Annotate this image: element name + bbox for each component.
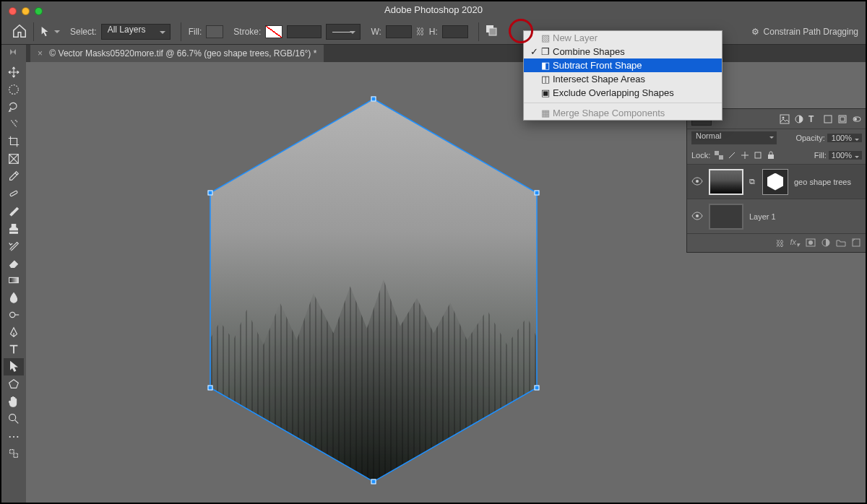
height-field[interactable] [442,25,468,38]
close-dot[interactable] [9,7,17,15]
collapse-indicator[interactable] [10,49,16,55]
home-button[interactable] [12,23,29,40]
menu-item-intersect-shape-areas[interactable]: ◫ Intersect Shape Areas [524,72,722,86]
stroke-width-field[interactable] [287,25,322,38]
svg-rect-20 [719,155,723,160]
vector-mask-thumbnail[interactable] [762,169,788,195]
move-tool[interactable] [4,64,24,81]
path-selection-tool[interactable] [4,358,24,375]
menu-item-exclude-overlapping-shapes[interactable]: ▣ Exclude Overlapping Shapes [524,86,722,100]
fill-label: Fill: [189,27,202,37]
blend-mode-dropdown[interactable]: Normal [691,131,777,144]
filter-adjust-icon[interactable] [794,114,804,124]
layer-thumbnail[interactable] [709,169,743,195]
fill-swatch[interactable] [206,25,223,38]
path-operations-menu[interactable]: ▧ New Layer ✓❐ Combine Shapes ◧ Subtract… [523,30,722,121]
type-tool[interactable] [4,341,24,358]
layer-name[interactable]: geo shape trees [794,178,851,186]
fx-icon[interactable]: fx▾ [790,238,800,248]
add-mask-icon[interactable] [806,238,816,248]
layer-thumbnail[interactable] [709,204,743,230]
lock-position-icon[interactable] [741,151,749,160]
shape-path-outline [207,95,540,485]
layer-name[interactable]: Layer 1 [749,212,776,221]
brush-tool[interactable] [4,202,24,220]
path-operations-button[interactable] [485,24,498,39]
lock-artboard-icon[interactable] [754,151,762,160]
quick-select-tool[interactable] [4,116,24,133]
filter-type-icon[interactable]: T [808,114,819,124]
mask-link-icon[interactable]: ⧉ [749,177,756,186]
path-handle[interactable] [535,191,540,196]
selected-shape[interactable] [207,95,540,485]
h-label: H: [429,27,438,37]
opacity-field[interactable]: 100% [827,134,862,142]
svg-rect-14 [824,116,832,123]
visibility-icon[interactable] [691,177,703,187]
filter-shape-icon[interactable] [823,114,833,124]
select-label: Select: [70,27,97,37]
edit-toolbar[interactable] [4,445,24,462]
path-handle[interactable] [207,386,212,391]
lock-all-icon[interactable] [767,151,775,160]
svg-rect-16 [840,117,845,121]
dodge-tool[interactable] [4,306,24,323]
visibility-icon[interactable] [691,212,703,222]
pen-tool[interactable] [4,323,24,341]
filter-pixel-icon[interactable] [780,114,790,124]
maximize-dot[interactable] [35,7,43,15]
filter-toggle-icon[interactable] [852,114,862,124]
stroke-swatch[interactable] [265,25,282,38]
eraser-tool[interactable] [4,254,24,271]
path-handle[interactable] [535,386,540,391]
gear-icon[interactable]: ⚙ [751,27,759,37]
menu-item-new-layer: ▧ New Layer [524,31,722,45]
lock-image-icon[interactable] [728,151,736,160]
layer-row[interactable]: Layer 1 [687,199,866,233]
link-layers-icon[interactable]: ⛓ [776,239,784,248]
stroke-style-dropdown[interactable] [326,24,361,40]
tools-panel: ⋯ [1,45,26,503]
hand-tool[interactable] [4,393,24,410]
window-controls[interactable] [9,7,43,15]
link-wh-icon[interactable]: ⛓ [416,27,425,37]
layers-panel[interactable]: T Normal Opacity: 100% Lock: Fill: 100% … [686,108,867,253]
app-title: Adobe Photoshop 2020 [384,4,483,15]
svg-marker-10 [210,99,537,482]
svg-rect-4 [9,191,17,197]
frame-tool[interactable] [4,150,24,168]
history-brush-tool[interactable] [4,237,24,254]
gradient-tool[interactable] [4,271,24,289]
menu-item-combine-shapes[interactable]: ✓❐ Combine Shapes [524,45,722,58]
width-field[interactable] [386,25,412,38]
lock-transparent-icon[interactable] [715,151,723,160]
eyedropper-tool[interactable] [4,168,24,185]
layers-footer: ⛓ fx▾ [687,233,866,252]
blur-tool[interactable] [4,289,24,306]
zoom-tool[interactable] [4,410,24,427]
svg-rect-22 [768,155,774,159]
path-handle[interactable] [207,191,212,196]
lasso-tool[interactable] [4,98,24,116]
more-tools[interactable]: ⋯ [4,427,24,445]
adjustment-layer-icon[interactable] [821,238,830,248]
marquee-tool[interactable] [4,81,24,98]
layer-row[interactable]: ⧉ geo shape trees [687,164,866,199]
stamp-tool[interactable] [4,220,24,237]
svg-point-26 [808,240,813,245]
select-dropdown[interactable]: All Layers [101,24,171,40]
layer-fill-field[interactable]: 100% [829,151,862,160]
new-layer-icon[interactable] [852,238,860,248]
crop-tool[interactable] [4,133,24,150]
path-handle[interactable] [371,479,376,484]
document-tab[interactable]: × © Vector Masks05920more.tif @ 66.7% (g… [30,45,324,62]
tool-preset-arrow[interactable] [40,25,60,38]
path-handle[interactable] [371,97,376,102]
filter-smart-icon[interactable] [837,114,847,124]
menu-item-subtract-front-shape[interactable]: ◧ Subtract Front Shape [524,58,722,72]
close-tab-icon[interactable]: × [38,48,43,58]
shape-tool[interactable] [4,375,24,393]
healing-tool[interactable] [4,185,24,202]
minimize-dot[interactable] [22,7,30,15]
group-icon[interactable] [836,238,846,248]
